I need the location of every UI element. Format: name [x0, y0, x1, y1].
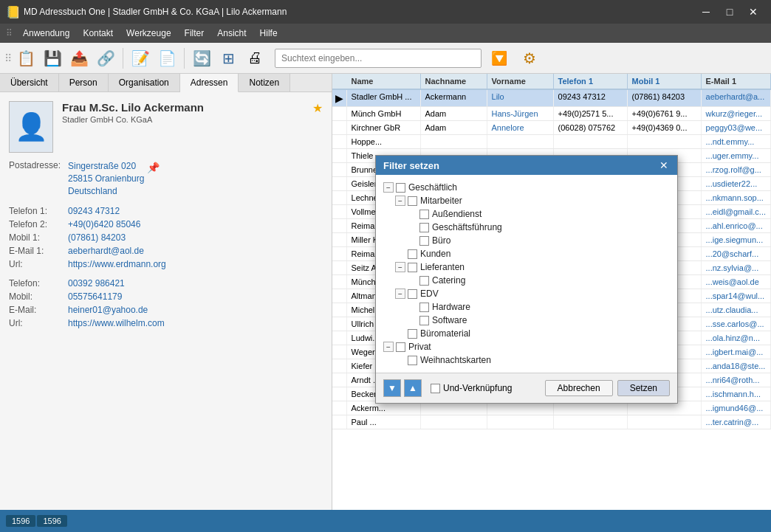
- tree-expander[interactable]: −: [395, 289, 405, 299]
- settings-button[interactable]: ⚙: [517, 46, 542, 71]
- tree-checkbox[interactable]: [419, 316, 429, 325]
- menu-kontakt[interactable]: Kontakt: [77, 27, 119, 40]
- col-header-mobil1[interactable]: Mobil 1: [628, 74, 702, 89]
- row-mobil1: [628, 415, 702, 429]
- close-button[interactable]: ✕: [741, 0, 765, 24]
- tab-adressen[interactable]: Adressen: [180, 74, 239, 92]
- tree-label[interactable]: Weihnachtskarten: [420, 355, 491, 365]
- value-telefon[interactable]: 00392 986421: [68, 278, 125, 289]
- search-input[interactable]: [275, 49, 482, 68]
- table-row[interactable]: Münch GmbH Adam Hans-Jürgen +49(0)2571 5…: [332, 107, 771, 121]
- tree-label[interactable]: Geschäftsführung: [432, 222, 502, 232]
- menu-bar: ⠿ Anwendung Kontakt Werkzeuge Filter Ans…: [0, 24, 771, 43]
- tree-checkbox[interactable]: [396, 183, 405, 193]
- modal-close-button[interactable]: ✕: [658, 159, 670, 171]
- tab-ubersicht[interactable]: Übersicht: [0, 74, 59, 91]
- network-button[interactable]: 🔗: [93, 46, 118, 71]
- tree-checkbox[interactable]: [408, 289, 417, 299]
- tree-checkbox[interactable]: [408, 356, 417, 365]
- menu-werkzeuge[interactable]: Werkzeuge: [120, 27, 177, 40]
- modal-footer: ▼ ▲ Und-Verknüpfung Abbrechen Setzen: [376, 373, 677, 403]
- export-button[interactable]: 📤: [66, 46, 92, 71]
- tree-label[interactable]: Geschäftlich: [408, 182, 457, 193]
- menu-anwendung[interactable]: Anwendung: [17, 27, 75, 40]
- table-row[interactable]: ▶ Stadler GmbH ... Ackermann Lilo 09243 …: [332, 90, 771, 107]
- row-arrow: [332, 345, 347, 359]
- doc-button[interactable]: 📄: [154, 46, 179, 71]
- value-mobil1[interactable]: (07861) 84203: [68, 232, 126, 243]
- tree-label[interactable]: Kunden: [420, 249, 450, 259]
- tree-checkbox[interactable]: [419, 223, 429, 232]
- minimize-button[interactable]: ─: [694, 0, 718, 24]
- value-email1[interactable]: aeberhardt@aol.de: [68, 246, 144, 256]
- value-telefon1[interactable]: 09243 47312: [68, 206, 120, 216]
- row-arrow: [332, 149, 347, 162]
- value-telefon2[interactable]: +49(0)6420 85046: [68, 219, 140, 229]
- overview-button[interactable]: 📋: [13, 46, 38, 71]
- postaddr-value: Singerstraße 020 25815 Oranienburg Deuts…: [68, 160, 144, 197]
- favorite-icon[interactable]: ★: [312, 101, 323, 115]
- filter-modal[interactable]: Filter setzen ✕ −Geschäftlich−Mitarbeite…: [375, 155, 678, 404]
- tree-checkbox[interactable]: [408, 249, 417, 259]
- tree-label[interactable]: Mitarbeiter: [420, 196, 462, 206]
- value-url1[interactable]: https://www.erdmann.org: [68, 259, 166, 269]
- value-url[interactable]: https://www.wilhelm.com: [68, 318, 165, 328]
- tree-checkbox[interactable]: [408, 263, 417, 272]
- tree-label[interactable]: Büro: [432, 235, 450, 246]
- tree-label[interactable]: Büromaterial: [420, 328, 470, 339]
- tree-expander[interactable]: −: [383, 182, 394, 193]
- tree-label[interactable]: EDV: [420, 289, 439, 299]
- tree-label[interactable]: Außendienst: [432, 209, 482, 219]
- tree-checkbox[interactable]: [396, 342, 405, 352]
- row-email1: ...anda18@ste...: [702, 359, 771, 373]
- col-header-vorname[interactable]: Vorname: [487, 74, 554, 89]
- tree-checkbox[interactable]: [419, 276, 429, 286]
- col-header-tel1[interactable]: Telefon 1: [554, 74, 628, 89]
- scroll-down-button[interactable]: ▼: [383, 379, 401, 397]
- scroll-up-button[interactable]: ▲: [404, 379, 422, 397]
- tree-checkbox[interactable]: [419, 303, 429, 312]
- grid-button[interactable]: ⊞: [216, 46, 241, 71]
- row-name: Stadler GmbH ...: [347, 90, 421, 106]
- filter-button[interactable]: 🔽: [483, 46, 515, 71]
- label-mobil: Mobil:: [9, 291, 68, 302]
- tree-checkbox[interactable]: [408, 196, 417, 206]
- table-row[interactable]: Kirchner GbR Adam Annelore (06028) 07576…: [332, 121, 771, 135]
- table-row[interactable]: Hoppe... ...ndt.emmy...: [332, 135, 771, 149]
- row-email1: aeberhardt@a...: [702, 90, 771, 106]
- tree-expander[interactable]: −: [395, 196, 405, 206]
- tab-organisation[interactable]: Organisation: [109, 74, 180, 91]
- col-header-nachname[interactable]: Nachname: [421, 74, 487, 89]
- tree-label[interactable]: Privat: [408, 342, 431, 352]
- tree-checkbox[interactable]: [419, 210, 429, 219]
- und-verknuepfung-checkbox[interactable]: [431, 384, 440, 393]
- tree-label[interactable]: Catering: [432, 275, 465, 286]
- notes-button[interactable]: 📝: [128, 46, 153, 71]
- value-mobil[interactable]: 05575641179: [68, 291, 122, 302]
- table-row[interactable]: Paul ... ...ter.catrin@...: [332, 415, 771, 429]
- tab-person[interactable]: Person: [59, 74, 109, 91]
- tab-notizen[interactable]: Notizen: [239, 74, 290, 91]
- tree-expander[interactable]: −: [383, 342, 394, 352]
- tree-checkbox[interactable]: [408, 329, 417, 339]
- menu-ansicht[interactable]: Ansicht: [211, 27, 252, 40]
- tree-label[interactable]: Software: [432, 315, 467, 325]
- tree-label[interactable]: Lieferanten: [420, 262, 465, 272]
- abbrechen-button[interactable]: Abbrechen: [545, 380, 613, 396]
- refresh-button[interactable]: 🔄: [189, 46, 214, 71]
- save-button[interactable]: 💾: [40, 46, 65, 71]
- value-email[interactable]: heiner01@yahoo.de: [68, 305, 148, 315]
- col-header-email1[interactable]: E-Mail 1: [702, 74, 771, 89]
- row-email1: ...igbert.mai@...: [702, 345, 771, 359]
- maximize-button[interactable]: □: [718, 0, 741, 24]
- tree-label[interactable]: Hardware: [432, 302, 470, 312]
- section-divider-1: [9, 200, 323, 206]
- tree-item: −Geschäftlich: [383, 181, 670, 194]
- menu-hilfe[interactable]: Hilfe: [254, 27, 284, 40]
- setzen-button[interactable]: Setzen: [617, 380, 670, 396]
- menu-filter[interactable]: Filter: [179, 27, 210, 40]
- tree-item: −Lieferanten: [383, 260, 670, 274]
- tree-expander[interactable]: −: [395, 262, 405, 272]
- tree-checkbox[interactable]: [419, 236, 429, 246]
- print-button[interactable]: 🖨: [242, 46, 267, 71]
